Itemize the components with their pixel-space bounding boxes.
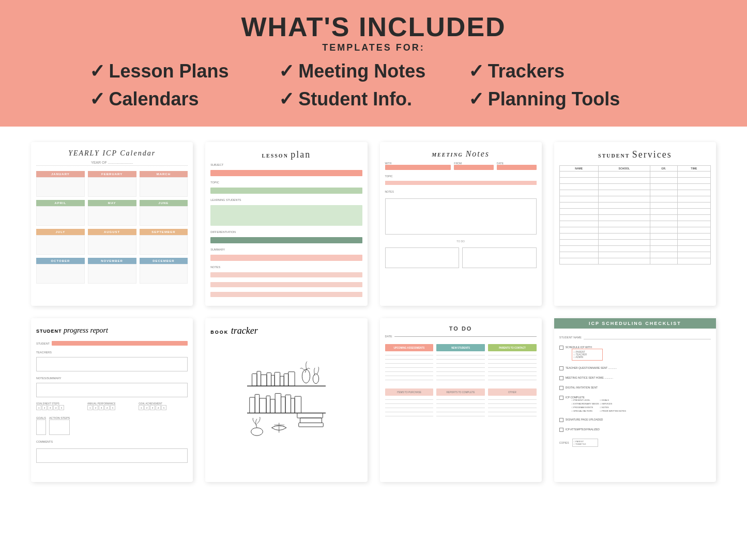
svg-rect-5 xyxy=(261,375,266,386)
scale-nums-2: 1 2 3 4 5 xyxy=(87,405,136,410)
lesson-field-topic xyxy=(210,188,362,194)
icp-checkbox[interactable] xyxy=(559,386,563,390)
icp-checkbox[interactable] xyxy=(559,396,563,400)
card-icp-checklist: ICP SCHEDULING CHECKLIST STUDENT NAME SC… xyxy=(554,318,716,482)
month-body-dec xyxy=(140,264,188,284)
icp-complete-option: □ SPECIAL FACTORS xyxy=(572,410,599,412)
progress-notes-box xyxy=(36,383,188,397)
col-header-school: SCHOOL xyxy=(598,166,650,172)
card-title-book: BOOK tracker xyxy=(210,325,362,336)
todo-line xyxy=(385,400,434,404)
scale-num: 4 xyxy=(53,405,58,410)
svg-rect-3 xyxy=(252,374,257,386)
todo-line xyxy=(436,396,485,400)
svg-rect-24 xyxy=(300,418,322,423)
icp-check-text-finalized: ICP ATTEMPTED/FINALIZED xyxy=(566,428,600,431)
card-title-meeting: MEETING Notes xyxy=(385,149,537,159)
meeting-from-field xyxy=(454,165,494,170)
card-title-services: STUDENT Services xyxy=(559,149,711,160)
table-row xyxy=(559,246,710,252)
icp-check-text-signature: SIGNATURE PAGE UPLOADED xyxy=(566,418,603,421)
svg-rect-7 xyxy=(271,375,275,386)
lesson-label-notes: NOTES xyxy=(210,266,362,269)
calendar-grid: JANUARY FEBRUARY MARCH APRIL MAY JUNE xyxy=(36,171,188,284)
icp-copy-team: □ TEAM FILE xyxy=(574,443,597,445)
progress-notes-label: NOTES/SUMMARY xyxy=(36,377,188,380)
card-title-icp: ICP SCHEDULING CHECKLIST xyxy=(554,318,716,329)
card-title-script: Calendar xyxy=(120,149,156,157)
todo-bottom-header-reports: REPORTS TO COMPLETE xyxy=(436,388,485,396)
table-row xyxy=(559,178,710,184)
todo-line xyxy=(436,372,485,376)
icp-complete-grid: □ PRESENT LEVEL □ GOALS □ EXTRAORDINARY … xyxy=(572,399,627,412)
month-body-sep xyxy=(140,235,188,255)
todo-lines-1 xyxy=(385,351,434,380)
progress-bottom-row: GOALS ACTION STEPS xyxy=(36,416,188,435)
card-title-prefix-book: BOOK xyxy=(210,330,231,335)
todo-bottom-header-other: OTHER xyxy=(488,388,537,396)
icp-check-text-questionnaire: TEACHER QUESTIONNAIRE SENT ............ xyxy=(566,366,617,369)
todo-bottom-lines-2 xyxy=(436,396,485,416)
todo-date-line xyxy=(394,336,537,337)
scale-num: 5 xyxy=(110,405,115,410)
todo-line xyxy=(385,360,434,364)
scale-group-1: GOALS/NEXT STEPS 1 2 3 4 5 xyxy=(36,402,85,410)
progress-comments-label: COMMENTS xyxy=(36,440,188,443)
lesson-label-differentiation: DIFFERENTIATION xyxy=(210,230,362,234)
icp-checkbox[interactable] xyxy=(559,418,563,422)
icp-complete-option: □ SERVICES xyxy=(600,402,627,405)
todo-line xyxy=(488,396,537,400)
month-body-mar xyxy=(140,177,188,197)
card-book-tracker: BOOK tracker xyxy=(205,318,367,482)
todo-columns: UPCOMING ASSESSMENTS NEW STUDENTS xyxy=(385,344,537,380)
todo-col-students: NEW STUDENTS xyxy=(436,344,485,380)
checklist-label-planning-tools: Planning Tools xyxy=(488,88,620,110)
icp-checkbox[interactable] xyxy=(559,428,563,432)
lesson-field-notes-2 xyxy=(210,282,362,287)
icp-complete-option: □ PROGRAM EVENTS xyxy=(572,406,599,409)
meeting-topic-label: TOPIC xyxy=(385,175,537,178)
lesson-label-summary: SUMMARY xyxy=(210,248,362,251)
todo-line xyxy=(385,355,434,360)
scale-num: 3 xyxy=(150,405,155,410)
month-body-apr xyxy=(36,206,85,226)
icp-schedule-options: □ PARENT □ TEACHER □ ADMIN xyxy=(572,349,603,361)
icp-checkbox[interactable] xyxy=(559,346,563,350)
todo-bottom-lines-1 xyxy=(385,396,434,416)
icp-complete-option: □ GOALS xyxy=(600,399,627,401)
icp-complete-option: □ EXTRAORDINARY NEEDS xyxy=(572,402,599,405)
meeting-bottom-row xyxy=(385,247,537,268)
checklist-label-trackers: Trackers xyxy=(488,60,565,82)
cal-mar: MARCH xyxy=(140,171,188,197)
todo-bottom-other: OTHER xyxy=(488,388,537,416)
icp-checkbox[interactable] xyxy=(559,376,563,380)
svg-rect-13 xyxy=(250,397,255,413)
lesson-label-subject: SUBJECT xyxy=(210,163,362,166)
services-table: NAME SCHOOL GR. TIME xyxy=(559,165,711,265)
table-row xyxy=(559,227,710,234)
icp-complete-option: □ PRIOR WRITTEN NOTES xyxy=(600,410,627,412)
todo-bottom-header-purchase: ITEMS TO PURCHASE xyxy=(385,388,434,396)
todo-line xyxy=(488,376,537,380)
card-title-prefix: YEARLY ICP xyxy=(68,149,120,157)
card-title-script-progress: progress report xyxy=(64,326,108,334)
icp-check-text-invitation: DIGITAL INVITATION SENT xyxy=(566,386,598,389)
table-row xyxy=(559,258,710,265)
meeting-bottom-right xyxy=(462,247,537,268)
checklist-label-meeting-notes: Meeting Notes xyxy=(298,60,425,82)
icp-checkbox[interactable] xyxy=(559,366,563,370)
todo-line xyxy=(436,400,485,404)
card-title-calendar: YEARLY ICP Calendar xyxy=(36,149,188,158)
lesson-label-students: LEARNING STUDENTS xyxy=(210,198,362,201)
scale-num: 2 xyxy=(144,405,149,410)
svg-rect-20 xyxy=(285,395,291,413)
month-label-aug: AUGUST xyxy=(88,229,136,235)
progress-teachers-box xyxy=(36,357,188,371)
cal-sep: SEPTEMBER xyxy=(140,229,188,255)
todo-bottom-columns: ITEMS TO PURCHASE REPORTS TO COMPLETE xyxy=(385,388,537,416)
progress-teachers-label: TEACHERS xyxy=(36,351,188,354)
progress-student-label: STUDENT xyxy=(36,342,50,345)
checkmark-icon: ✓ xyxy=(468,88,484,110)
todo-line xyxy=(385,396,434,400)
todo-bottom-reports: REPORTS TO COMPLETE xyxy=(436,388,485,416)
